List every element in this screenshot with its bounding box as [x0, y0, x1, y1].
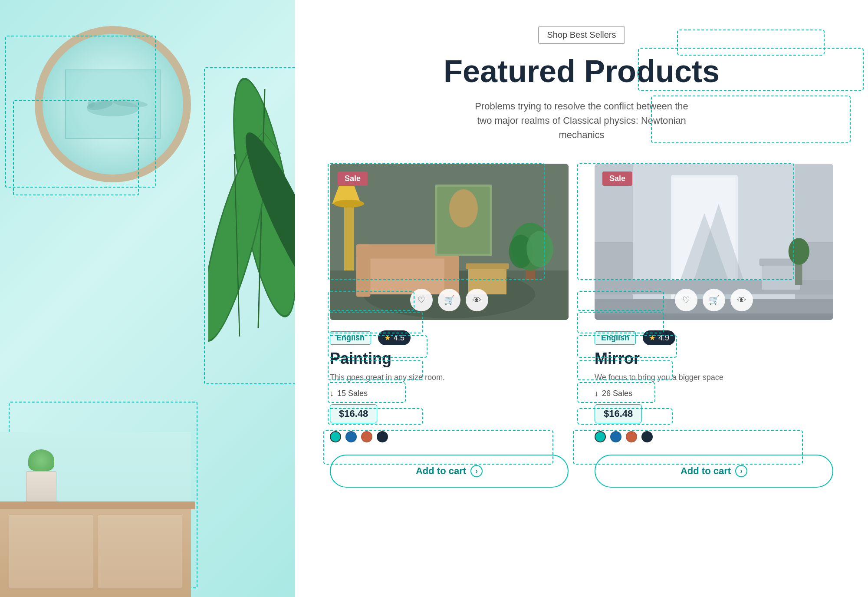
product-1-price: $16.48 — [330, 404, 377, 423]
wishlist-icon-1: ♡ — [418, 295, 425, 305]
product-2-desc-text: We focus to bring you a bigger space — [595, 373, 723, 382]
cart-icon-1: 🛒 — [444, 295, 455, 305]
page-subtitle-text: Problems trying to resolve the conflict … — [475, 101, 688, 140]
header-section: Shop Best Sellers Featured Products Prob… — [330, 26, 833, 142]
product-2-sales: ↓ 26 Sales — [595, 389, 833, 398]
product-card-1: Sale ♡ 🛒 👁 English — [330, 164, 569, 488]
product-1-swatch-blue[interactable] — [345, 431, 357, 442]
product-1-language-text: English — [336, 333, 365, 342]
product-2-price: $16.48 — [595, 404, 642, 423]
product-1-meta: English ★ 4.5 — [330, 330, 569, 345]
product-2-add-to-cart-label: Add to cart — [681, 465, 731, 477]
wishlist-icon-2: ♡ — [682, 295, 690, 305]
svg-point-3 — [88, 101, 95, 108]
product-1-rating-value: 4.5 — [394, 333, 404, 343]
product-1-color-swatches — [330, 431, 569, 442]
plant-leaves-svg — [208, 67, 299, 380]
product-2-sale-badge: Sale — [602, 172, 632, 186]
right-panel: Shop Best Sellers Featured Products Prob… — [295, 0, 868, 597]
svg-rect-21 — [356, 244, 371, 297]
product-1-sales-text: 15 Sales — [337, 389, 368, 398]
cart-icon-2: 🛒 — [709, 295, 720, 305]
product-1-name-text: Painting — [330, 350, 391, 367]
product-2-name: Mirror — [595, 350, 833, 368]
product-2-description: We focus to bring you a bigger space — [595, 372, 833, 383]
page-subtitle: Problems trying to resolve the conflict … — [473, 99, 690, 142]
pot-body — [26, 471, 56, 506]
product-1-add-to-cart-button[interactable]: Add to cart › — [330, 455, 569, 488]
product-2-add-to-cart-button[interactable]: Add to cart › — [595, 455, 833, 488]
product-1-chevron-icon: › — [470, 465, 483, 477]
product-1-image-wrap: Sale ♡ 🛒 👁 — [330, 164, 569, 320]
product-1-wishlist-button[interactable]: ♡ — [410, 289, 433, 311]
product-2-chevron-icon: › — [735, 465, 747, 477]
product-1-view-button[interactable]: 👁 — [466, 289, 488, 311]
furniture-area — [0, 432, 191, 597]
product-1-description: This goes great in any size room. — [330, 372, 569, 383]
product-1-desc-text: This goes great in any size room. — [330, 373, 445, 382]
section-tag-text: Shop Best Sellers — [547, 30, 616, 40]
svg-point-48 — [789, 238, 809, 265]
product-1-swatch-teal[interactable] — [330, 431, 341, 442]
product-2-wishlist-button[interactable]: ♡ — [675, 289, 697, 311]
product-1-sales: ↓ 15 Sales — [330, 389, 569, 398]
product-1-price-value: $16.48 — [339, 408, 368, 419]
download-icon-1: ↓ — [330, 389, 334, 398]
download-icon-2: ↓ — [595, 389, 598, 398]
product-2-rating: ★ 4.9 — [643, 330, 675, 345]
product-2-cart-button[interactable]: 🛒 — [703, 289, 725, 311]
product-1-sale-text: Sale — [345, 174, 361, 183]
svg-point-34 — [526, 231, 553, 267]
cabinet-top — [0, 501, 195, 509]
eye-icon-1: 👁 — [473, 295, 481, 305]
svg-rect-30 — [466, 264, 509, 269]
product-2-language: English — [595, 331, 636, 345]
product-2-price-value: $16.48 — [604, 408, 633, 419]
mirror-inner — [65, 69, 161, 139]
product-2-name-text: Mirror — [595, 350, 640, 367]
star-icon-2: ★ — [649, 333, 656, 343]
product-1-swatch-dark[interactable] — [377, 431, 388, 442]
product-2-language-text: English — [601, 333, 629, 342]
star-icon-1: ★ — [384, 333, 391, 343]
product-1-actions: ♡ 🛒 👁 — [410, 289, 488, 311]
svg-rect-44 — [595, 313, 833, 320]
cabinet — [0, 501, 191, 597]
plant-decoration — [208, 67, 299, 380]
svg-rect-23 — [344, 204, 354, 270]
product-2-swatch-teal[interactable] — [595, 431, 606, 442]
product-2-color-swatches — [595, 431, 833, 442]
left-decorative-panel — [0, 0, 312, 597]
section-tag: Shop Best Sellers — [538, 26, 625, 44]
product-2-actions: ♡ 🛒 👁 — [675, 289, 753, 311]
product-2-swatch-dark[interactable] — [641, 431, 653, 442]
page-title-text: Featured Products — [444, 54, 720, 89]
product-2-sales-text: 26 Sales — [602, 389, 632, 398]
page-title: Featured Products — [330, 54, 833, 89]
svg-point-25 — [334, 200, 364, 208]
product-2-image-wrap: Sale ♡ 🛒 👁 — [595, 164, 833, 320]
product-2-meta: English ★ 4.9 — [595, 330, 833, 345]
mirror-decoration — [35, 26, 191, 182]
product-1-language: English — [330, 331, 371, 345]
product-2-view-button[interactable]: 👁 — [730, 289, 753, 311]
product-1-rating: ★ 4.5 — [378, 330, 411, 345]
products-grid: Sale ♡ 🛒 👁 English — [330, 164, 833, 488]
bird-silhouette — [78, 87, 148, 122]
product-1-name: Painting — [330, 350, 569, 368]
eye-icon-2: 👁 — [737, 295, 746, 305]
product-1-sale-badge: Sale — [338, 172, 368, 186]
succulent-plant — [28, 449, 54, 471]
product-2-rating-value: 4.9 — [658, 333, 669, 343]
product-1-swatch-orange[interactable] — [361, 431, 372, 442]
product-card-2: Sale ♡ 🛒 👁 English — [595, 164, 833, 488]
product-2-swatch-blue[interactable] — [610, 431, 621, 442]
product-1-add-to-cart-label: Add to cart — [416, 465, 466, 477]
plant-pot — [26, 462, 56, 506]
product-2-swatch-orange[interactable] — [626, 431, 637, 442]
svg-point-28 — [449, 189, 478, 228]
product-1-cart-button[interactable]: 🛒 — [438, 289, 460, 311]
product-2-sale-text: Sale — [609, 174, 625, 183]
